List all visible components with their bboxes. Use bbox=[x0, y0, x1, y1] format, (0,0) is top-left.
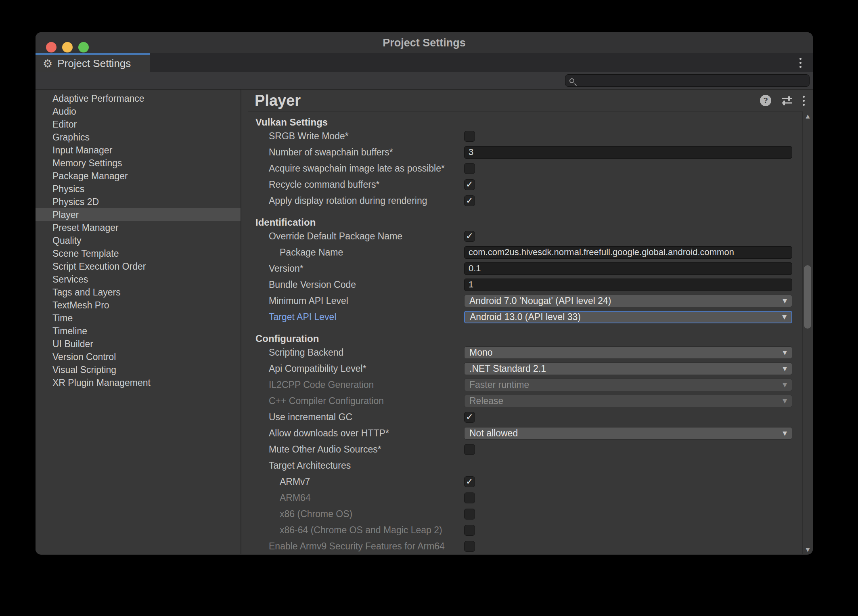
tab-project-settings[interactable]: ⚙ Project Settings bbox=[36, 53, 150, 72]
row-control bbox=[464, 538, 792, 554]
chevron-down-icon: ▼ bbox=[783, 381, 787, 388]
settings-row: Enable Armv9 Security Features for Arm64 bbox=[248, 538, 802, 554]
row-control: Faster runtime▼ bbox=[464, 377, 792, 393]
settings-row: Scripting BackendMono▼ bbox=[248, 344, 802, 360]
dropdown-value: Mono bbox=[469, 347, 783, 358]
dropdown-minimum-api-level[interactable]: Android 7.0 'Nougat' (API level 24)▼ bbox=[464, 295, 792, 307]
field-package-name[interactable] bbox=[464, 246, 792, 259]
sidebar-item-quality[interactable]: Quality bbox=[36, 234, 241, 247]
row-label: x86-64 (Chrome OS and Magic Leap 2) bbox=[280, 522, 442, 538]
row-label: Version* bbox=[269, 260, 303, 277]
settings-row: Target Architectures bbox=[248, 457, 802, 474]
checkbox-acquire-swapchain-image-late-as-possible[interactable] bbox=[464, 163, 475, 174]
scroll-up-icon[interactable]: ▲ bbox=[803, 113, 813, 119]
row-control bbox=[464, 160, 792, 176]
sidebar-item-physics-2d[interactable]: Physics 2D bbox=[36, 195, 241, 208]
sidebar-item-adaptive-performance[interactable]: Adaptive Performance bbox=[36, 92, 241, 105]
dropdown-allow-downloads-over-http[interactable]: Not allowed▼ bbox=[464, 427, 792, 440]
settings-row: C++ Compiler ConfigurationRelease▼ bbox=[248, 393, 802, 409]
scrollbar-thumb[interactable] bbox=[804, 265, 811, 329]
sidebar-item-tags-and-layers[interactable]: Tags and Layers bbox=[36, 286, 241, 299]
sidebar-item-script-execution-order[interactable]: Script Execution Order bbox=[36, 260, 241, 273]
chevron-down-icon: ▼ bbox=[783, 430, 787, 436]
search-box[interactable] bbox=[565, 74, 810, 87]
dropdown-value: Android 7.0 'Nougat' (API level 24) bbox=[469, 295, 783, 306]
scroll-down-icon[interactable]: ▼ bbox=[803, 547, 813, 553]
sidebar-item-visual-scripting[interactable]: Visual Scripting bbox=[36, 363, 241, 376]
checkbox-srgb-write-mode[interactable] bbox=[464, 131, 475, 142]
help-icon[interactable]: ? bbox=[760, 95, 771, 106]
gear-icon: ⚙ bbox=[43, 58, 52, 69]
checkbox-recycle-command-buffers[interactable]: ✓ bbox=[464, 179, 475, 190]
sidebar-item-package-manager[interactable]: Package Manager bbox=[36, 170, 241, 182]
chevron-down-icon: ▼ bbox=[783, 365, 787, 372]
sidebar-item-audio[interactable]: Audio bbox=[36, 105, 241, 118]
dropdown-value: Not allowed bbox=[469, 428, 783, 439]
row-control: Android 13.0 (API level 33)▼ bbox=[464, 309, 792, 325]
sidebar-item-memory-settings[interactable]: Memory Settings bbox=[36, 157, 241, 170]
sidebar-item-ui-builder[interactable]: UI Builder bbox=[36, 337, 241, 350]
check-icon: ✓ bbox=[466, 413, 473, 421]
sidebar-item-textmesh-pro[interactable]: TextMesh Pro bbox=[36, 299, 241, 312]
minimize-window-button[interactable] bbox=[62, 42, 73, 52]
field-number-of-swapchain-buffers[interactable] bbox=[464, 146, 792, 159]
section-title: Identification bbox=[248, 217, 802, 228]
vertical-scrollbar[interactable]: ▲ ▼ bbox=[802, 111, 813, 554]
row-control bbox=[464, 277, 792, 293]
sidebar-item-version-control[interactable]: Version Control bbox=[36, 350, 241, 363]
row-control: Not allowed▼ bbox=[464, 425, 792, 441]
row-label: x86 (Chrome OS) bbox=[280, 506, 352, 522]
checkbox-apply-display-rotation-during-rendering[interactable]: ✓ bbox=[464, 195, 475, 206]
sidebar-item-timeline[interactable]: Timeline bbox=[36, 325, 241, 337]
checkbox-use-incremental-gc[interactable]: ✓ bbox=[464, 412, 475, 423]
field-bundle-version-code[interactable] bbox=[464, 279, 792, 291]
settings-row: Allow downloads over HTTP*Not allowed▼ bbox=[248, 425, 802, 441]
sidebar-item-xr-plugin-management[interactable]: XR Plugin Management bbox=[36, 376, 241, 389]
check-icon: ✓ bbox=[466, 477, 473, 486]
presets-icon[interactable] bbox=[781, 95, 793, 106]
checkbox-mute-other-audio-sources[interactable] bbox=[464, 444, 475, 455]
row-label: SRGB Write Mode* bbox=[269, 128, 349, 144]
dropdown-api-compatibility-level[interactable]: .NET Standard 2.1▼ bbox=[464, 362, 792, 375]
sidebar-item-time[interactable]: Time bbox=[36, 312, 241, 325]
field-version[interactable] bbox=[464, 262, 792, 275]
maximize-window-button[interactable] bbox=[78, 42, 89, 52]
sidebar-item-services[interactable]: Services bbox=[36, 273, 241, 286]
row-control: ✓ bbox=[464, 474, 792, 490]
context-menu-button[interactable] bbox=[803, 95, 805, 106]
sidebar-item-player[interactable]: Player bbox=[36, 208, 241, 221]
row-control: Android 7.0 'Nougat' (API level 24)▼ bbox=[464, 293, 792, 309]
settings-row: Use incremental GC✓ bbox=[248, 409, 802, 425]
checkbox-override-default-package-name[interactable]: ✓ bbox=[464, 231, 475, 242]
row-label: Recycle command buffers* bbox=[269, 176, 379, 193]
sidebar-item-preset-manager[interactable]: Preset Manager bbox=[36, 221, 241, 234]
close-window-button[interactable] bbox=[46, 42, 57, 52]
row-control bbox=[464, 522, 792, 538]
sidebar-item-scene-template[interactable]: Scene Template bbox=[36, 247, 241, 260]
sidebar-item-graphics[interactable]: Graphics bbox=[36, 131, 241, 144]
row-control bbox=[464, 244, 792, 260]
row-label: C++ Compiler Configuration bbox=[269, 393, 384, 409]
row-control: Release▼ bbox=[464, 393, 792, 409]
dropdown-target-api-level[interactable]: Android 13.0 (API level 33)▼ bbox=[464, 311, 792, 323]
sidebar-item-physics[interactable]: Physics bbox=[36, 182, 241, 195]
row-label: Acquire swapchain image late as possible… bbox=[269, 160, 445, 176]
row-control bbox=[464, 441, 792, 457]
checkbox-arm64 bbox=[464, 492, 475, 503]
sidebar: Adaptive PerformanceAudioEditorGraphicsI… bbox=[36, 90, 241, 554]
window-body: Adaptive PerformanceAudioEditorGraphicsI… bbox=[36, 90, 813, 554]
dropdown-il2cpp-code-generation: Faster runtime▼ bbox=[464, 379, 792, 391]
tab-bar-menu-button[interactable] bbox=[799, 53, 801, 72]
row-control bbox=[464, 490, 792, 506]
checkbox-enable-armv9-security-features-for-arm64 bbox=[464, 541, 475, 552]
sidebar-item-input-manager[interactable]: Input Manager bbox=[36, 144, 241, 157]
search-input[interactable] bbox=[578, 75, 809, 86]
sidebar-item-editor[interactable]: Editor bbox=[36, 118, 241, 131]
row-label: ARMv7 bbox=[280, 474, 310, 490]
dropdown-scripting-backend[interactable]: Mono▼ bbox=[464, 346, 792, 359]
checkbox-armv7[interactable]: ✓ bbox=[464, 476, 475, 487]
window-title: Project Settings bbox=[383, 37, 466, 49]
section-vulkan-settings: Vulkan SettingsSRGB Write Mode*Number of… bbox=[248, 117, 802, 209]
check-icon: ✓ bbox=[466, 180, 473, 189]
dropdown-value: Android 13.0 (API level 33) bbox=[470, 312, 782, 323]
